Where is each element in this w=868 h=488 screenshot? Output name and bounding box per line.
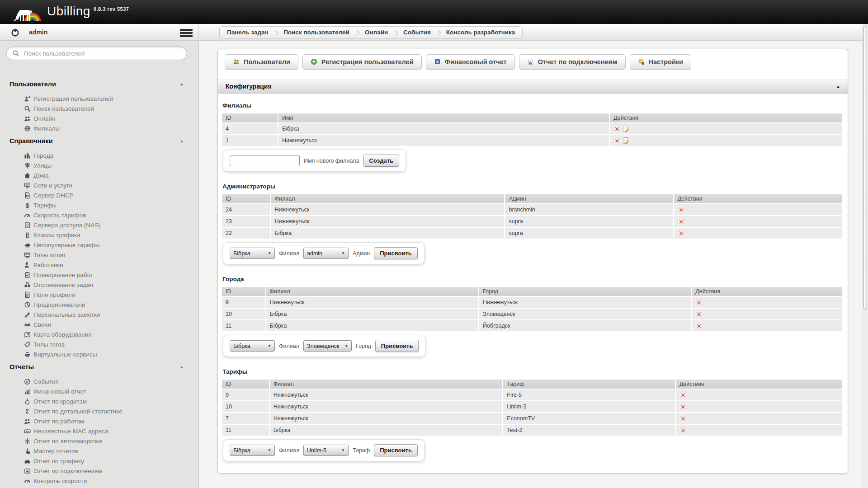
- row-actions-cell: [692, 309, 842, 319]
- logout-power-icon[interactable]: [10, 28, 20, 37]
- table-cell: Бібрка: [271, 228, 504, 239]
- tab-finance[interactable]: $Финансовый отчет: [426, 54, 515, 70]
- admins-table: IDФилиалАдминДействия24Нижнежутьскbranch…: [221, 193, 843, 239]
- sidebar-item[interactable]: Города: [24, 150, 198, 160]
- sidebar-item[interactable]: Финансовый отчет: [24, 386, 198, 396]
- delete-icon[interactable]: [679, 415, 688, 421]
- edit-icon[interactable]: [622, 137, 631, 143]
- sidebar-item[interactable]: Контроль скорости: [24, 476, 198, 486]
- sidebar-section-header[interactable]: Отчеты▲: [0, 362, 198, 372]
- breadcrumb-item[interactable]: Консоль разработчика: [441, 27, 520, 38]
- sidebar-item[interactable]: Скорость тарифов: [24, 210, 198, 220]
- sidebar-item[interactable]: События: [24, 376, 198, 386]
- scrollbar-thumb[interactable]: [863, 26, 867, 310]
- tab-settings[interactable]: iНастройки: [630, 54, 692, 70]
- edit-icon[interactable]: [622, 125, 631, 131]
- table-cell: 10: [222, 309, 265, 319]
- chevron-down-icon: ▼: [268, 344, 271, 348]
- tab-user-register[interactable]: Регистрация пользователей: [302, 54, 422, 70]
- job-planning-icon: [24, 271, 31, 278]
- delete-icon[interactable]: [679, 403, 688, 409]
- sidebar-item[interactable]: Мастер отчетов: [24, 446, 198, 456]
- collapse-up-icon[interactable]: ▲: [836, 80, 840, 94]
- sidebar-menu-toggle-icon[interactable]: [180, 29, 193, 38]
- page-scrollbar[interactable]: [863, 24, 868, 488]
- delete-icon[interactable]: [695, 299, 704, 305]
- report-master-icon: [24, 447, 31, 455]
- sidebar-item[interactable]: Работники: [24, 260, 198, 270]
- delete-icon[interactable]: [613, 125, 622, 131]
- select-label: Филиал: [279, 447, 299, 454]
- branches-new-name-input[interactable]: [230, 155, 300, 166]
- delete-icon[interactable]: [678, 230, 686, 236]
- sidebar-item[interactable]: Поля профиля: [24, 290, 198, 300]
- sidebar-item-label: Отчет по автозаморозке: [33, 438, 102, 445]
- sidebar-item[interactable]: Отчет по работам: [24, 416, 198, 426]
- delete-icon[interactable]: [678, 206, 686, 212]
- admins-админ-select[interactable]: admin▼: [303, 248, 349, 259]
- sidebar-item[interactable]: $Тарифы: [24, 200, 198, 210]
- sidebar-item[interactable]: Предприниматели: [24, 300, 198, 310]
- sidebar-item[interactable]: Карта оборудования: [24, 329, 198, 339]
- cities-icon: [24, 152, 31, 159]
- tariffs-submit-button[interactable]: Присвоить: [374, 444, 418, 456]
- sidebar-item[interactable]: Типы оплат: [24, 250, 198, 260]
- sidebar-item[interactable]: Отчет по трафику: [24, 456, 198, 466]
- delete-icon[interactable]: [678, 218, 686, 224]
- sidebar-item[interactable]: NAНеизвестные MAC адреса: [24, 426, 198, 436]
- tab-connections[interactable]: Отчет по подключениям: [519, 54, 626, 70]
- sidebar-item[interactable]: Персональные заметки: [24, 310, 198, 319]
- delete-icon[interactable]: [695, 310, 704, 317]
- sidebar-item[interactable]: Отчет по автозаморозке: [24, 436, 198, 446]
- tariffs-тариф-select[interactable]: Unlim-5▼: [303, 445, 349, 456]
- sidebar-section-header[interactable]: Справочники▲: [0, 136, 198, 146]
- sidebar-item[interactable]: Дома: [24, 170, 198, 180]
- collapse-triangle-icon[interactable]: ▲: [180, 362, 184, 372]
- sidebar-item[interactable]: Свичи: [24, 319, 198, 329]
- cities-город-select[interactable]: Зловещенск▼: [303, 340, 352, 352]
- sidebar-item[interactable]: ΣОтчет по детальной статистике: [24, 406, 198, 416]
- delete-icon[interactable]: [695, 322, 704, 328]
- breadcrumb-item[interactable]: Поиск пользователей: [278, 27, 355, 38]
- delete-icon[interactable]: [679, 391, 688, 398]
- sidebar-item[interactable]: Отчет по подключениям: [24, 466, 198, 476]
- branches-submit-button[interactable]: Создать: [363, 155, 399, 167]
- ubilling-unicorn-logo-icon: [13, 3, 43, 22]
- sidebar-item[interactable]: Онлайн: [24, 113, 198, 123]
- table-row: 10БібркаЗловещенск: [222, 309, 842, 319]
- cities-филиал-select[interactable]: Бібрка▼: [230, 340, 275, 352]
- sidebar-item[interactable]: Сервера доступа (NAS): [24, 220, 198, 230]
- sidebar-item-label: События: [33, 378, 59, 385]
- sidebar-item[interactable]: Сервер DHCP: [24, 190, 198, 200]
- sidebar-section-header[interactable]: Пользователи▲: [0, 79, 198, 89]
- sidebar-item[interactable]: Улицы: [24, 160, 198, 170]
- search-input[interactable]: [23, 50, 181, 57]
- admins-филиал-select[interactable]: Бібрка▼: [230, 248, 275, 259]
- tab-users[interactable]: Пользователи: [225, 54, 298, 70]
- breadcrumb-item[interactable]: Панель задач: [222, 27, 274, 38]
- tariffs-филиал-select[interactable]: Бібрка▼: [230, 445, 275, 456]
- sidebar-item[interactable]: Классы трафика: [24, 230, 198, 240]
- breadcrumb-item[interactable]: События: [398, 27, 436, 38]
- sidebar-item[interactable]: Отслеживание задач: [24, 280, 198, 290]
- cities-submit-button[interactable]: Присвоить: [375, 340, 419, 352]
- admins-submit-button[interactable]: Присвоить: [374, 247, 418, 259]
- delete-icon[interactable]: [613, 137, 622, 143]
- config-collapsible-header[interactable]: Конфигурация ▲: [218, 79, 848, 94]
- sidebar-item[interactable]: Сети и услуги: [24, 180, 198, 190]
- sidebar-item[interactable]: Непопулярные тарифы: [24, 240, 198, 250]
- collapse-triangle-icon[interactable]: ▲: [180, 136, 184, 146]
- cities-table: IDФилиалГородДействия9НижнежутьскНижнежу…: [221, 286, 843, 332]
- sidebar-item[interactable]: Филиалы: [24, 123, 198, 133]
- sidebar-item[interactable]: Отчет по кредитам: [24, 396, 198, 406]
- breadcrumb-item[interactable]: Онлайн: [359, 27, 393, 38]
- sidebar-item[interactable]: Текущий кеш FDB: [24, 486, 198, 488]
- sidebar-item[interactable]: Поиск пользователей: [24, 103, 198, 113]
- collapse-triangle-icon[interactable]: ▲: [180, 80, 184, 89]
- cities-form: Бібрка▼ФилиалЗловещенск▼ГородПрисвоить: [223, 335, 425, 357]
- sidebar-item[interactable]: Регистрация пользователей: [24, 94, 198, 103]
- sidebar-item[interactable]: Планирование работ: [24, 270, 198, 280]
- delete-icon[interactable]: [679, 427, 688, 433]
- sidebar-item[interactable]: Виртуальные сервисы: [24, 349, 198, 359]
- sidebar-item[interactable]: Типы тегов: [24, 339, 198, 349]
